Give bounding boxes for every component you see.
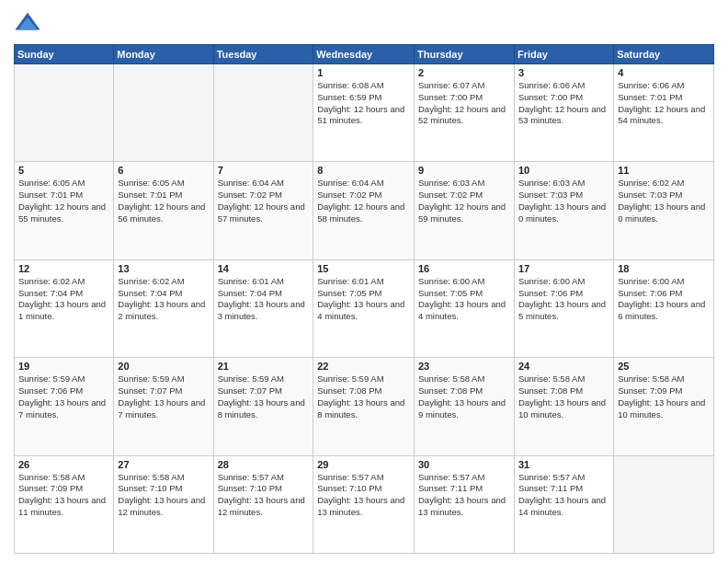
day-number: 12: [18, 263, 109, 274]
calendar-cell: 9Sunrise: 6:03 AM Sunset: 7:02 PM Daylig…: [414, 162, 514, 259]
day-number: 23: [418, 361, 510, 372]
calendar-cell: 8Sunrise: 6:04 AM Sunset: 7:02 PM Daylig…: [313, 162, 415, 259]
day-info: Sunrise: 6:02 AM Sunset: 7:04 PM Dayligh…: [118, 276, 209, 323]
day-info: Sunrise: 6:01 AM Sunset: 7:05 PM Dayligh…: [317, 276, 410, 323]
day-info: Sunrise: 6:08 AM Sunset: 6:59 PM Dayligh…: [317, 80, 410, 127]
day-number: 8: [317, 165, 410, 176]
calendar-cell: 18Sunrise: 6:00 AM Sunset: 7:06 PM Dayli…: [614, 259, 714, 357]
calendar-week-row: 12Sunrise: 6:02 AM Sunset: 7:04 PM Dayli…: [15, 259, 714, 357]
day-info: Sunrise: 5:58 AM Sunset: 7:08 PM Dayligh…: [418, 373, 510, 420]
calendar-header-monday: Monday: [114, 45, 213, 64]
calendar-cell: 1Sunrise: 6:08 AM Sunset: 6:59 PM Daylig…: [313, 64, 415, 162]
day-number: 20: [118, 361, 209, 372]
calendar-cell: 12Sunrise: 6:02 AM Sunset: 7:04 PM Dayli…: [15, 259, 114, 357]
day-info: Sunrise: 6:04 AM Sunset: 7:02 PM Dayligh…: [317, 178, 410, 224]
calendar-cell: 25Sunrise: 5:58 AM Sunset: 7:09 PM Dayli…: [614, 358, 714, 455]
calendar-cell: 28Sunrise: 5:57 AM Sunset: 7:10 PM Dayli…: [213, 455, 313, 553]
day-info: Sunrise: 5:59 AM Sunset: 7:07 PM Dayligh…: [218, 373, 310, 420]
day-info: Sunrise: 6:06 AM Sunset: 7:01 PM Dayligh…: [618, 80, 710, 127]
calendar-cell: 3Sunrise: 6:06 AM Sunset: 7:00 PM Daylig…: [514, 64, 613, 162]
day-number: 13: [118, 263, 209, 274]
calendar-week-row: 1Sunrise: 6:08 AM Sunset: 6:59 PM Daylig…: [15, 64, 714, 162]
day-info: Sunrise: 5:59 AM Sunset: 7:06 PM Dayligh…: [18, 373, 109, 420]
day-number: 18: [618, 263, 710, 274]
day-info: Sunrise: 6:06 AM Sunset: 7:00 PM Dayligh…: [518, 80, 609, 127]
calendar-cell: 13Sunrise: 6:02 AM Sunset: 7:04 PM Dayli…: [114, 259, 213, 357]
day-number: 7: [218, 165, 310, 176]
day-number: 21: [218, 361, 310, 372]
calendar-week-row: 26Sunrise: 5:58 AM Sunset: 7:09 PM Dayli…: [15, 455, 714, 553]
calendar-cell: 5Sunrise: 6:05 AM Sunset: 7:01 PM Daylig…: [15, 162, 114, 259]
day-number: 28: [218, 459, 310, 470]
day-info: Sunrise: 5:58 AM Sunset: 7:09 PM Dayligh…: [18, 472, 109, 519]
calendar-cell: 11Sunrise: 6:02 AM Sunset: 7:03 PM Dayli…: [614, 162, 714, 259]
calendar-week-row: 19Sunrise: 5:59 AM Sunset: 7:06 PM Dayli…: [15, 358, 714, 455]
calendar-header-saturday: Saturday: [614, 45, 714, 64]
calendar-cell: 27Sunrise: 5:58 AM Sunset: 7:10 PM Dayli…: [114, 455, 213, 553]
day-number: 14: [218, 263, 310, 274]
day-number: 19: [18, 361, 109, 372]
calendar-header-wednesday: Wednesday: [313, 45, 415, 64]
day-number: 22: [317, 361, 410, 372]
page: SundayMondayTuesdayWednesdayThursdayFrid…: [0, 0, 728, 563]
calendar-header-thursday: Thursday: [414, 45, 514, 64]
calendar-header-sunday: Sunday: [15, 45, 114, 64]
day-number: 27: [118, 459, 209, 470]
logo-icon: [14, 9, 41, 37]
day-number: 29: [317, 459, 410, 470]
calendar-cell: 29Sunrise: 5:57 AM Sunset: 7:10 PM Dayli…: [313, 455, 415, 553]
day-info: Sunrise: 5:59 AM Sunset: 7:08 PM Dayligh…: [317, 373, 410, 420]
day-info: Sunrise: 6:03 AM Sunset: 7:02 PM Dayligh…: [418, 178, 510, 224]
calendar-cell: [114, 64, 213, 162]
day-info: Sunrise: 5:58 AM Sunset: 7:08 PM Dayligh…: [518, 373, 609, 420]
calendar-cell: 2Sunrise: 6:07 AM Sunset: 7:00 PM Daylig…: [414, 64, 514, 162]
calendar-header-tuesday: Tuesday: [213, 45, 313, 64]
calendar-cell: 16Sunrise: 6:00 AM Sunset: 7:05 PM Dayli…: [414, 259, 514, 357]
calendar-cell: 23Sunrise: 5:58 AM Sunset: 7:08 PM Dayli…: [414, 358, 514, 455]
day-info: Sunrise: 6:01 AM Sunset: 7:04 PM Dayligh…: [218, 276, 310, 323]
day-number: 31: [518, 459, 609, 470]
day-number: 5: [18, 165, 109, 176]
calendar-cell: 31Sunrise: 5:57 AM Sunset: 7:11 PM Dayli…: [514, 455, 613, 553]
calendar-cell: 6Sunrise: 6:05 AM Sunset: 7:01 PM Daylig…: [114, 162, 213, 259]
day-info: Sunrise: 6:00 AM Sunset: 7:06 PM Dayligh…: [518, 276, 609, 323]
calendar-cell: 4Sunrise: 6:06 AM Sunset: 7:01 PM Daylig…: [614, 64, 714, 162]
day-number: 24: [518, 361, 609, 372]
day-info: Sunrise: 6:02 AM Sunset: 7:04 PM Dayligh…: [18, 276, 109, 323]
calendar-cell: 20Sunrise: 5:59 AM Sunset: 7:07 PM Dayli…: [114, 358, 213, 455]
day-info: Sunrise: 6:00 AM Sunset: 7:05 PM Dayligh…: [418, 276, 510, 323]
day-info: Sunrise: 5:57 AM Sunset: 7:11 PM Dayligh…: [418, 472, 510, 519]
calendar-header-friday: Friday: [514, 45, 613, 64]
calendar-cell: 22Sunrise: 5:59 AM Sunset: 7:08 PM Dayli…: [313, 358, 415, 455]
calendar-cell: 24Sunrise: 5:58 AM Sunset: 7:08 PM Dayli…: [514, 358, 613, 455]
day-info: Sunrise: 6:07 AM Sunset: 7:00 PM Dayligh…: [418, 80, 510, 127]
calendar-cell: 19Sunrise: 5:59 AM Sunset: 7:06 PM Dayli…: [15, 358, 114, 455]
calendar-cell: [15, 64, 114, 162]
calendar-cell: 10Sunrise: 6:03 AM Sunset: 7:03 PM Dayli…: [514, 162, 613, 259]
day-number: 30: [418, 459, 510, 470]
day-number: 2: [418, 67, 510, 78]
day-info: Sunrise: 6:03 AM Sunset: 7:03 PM Dayligh…: [518, 178, 609, 224]
day-number: 4: [618, 67, 710, 78]
day-number: 3: [518, 67, 609, 78]
day-info: Sunrise: 6:04 AM Sunset: 7:02 PM Dayligh…: [218, 178, 310, 224]
day-info: Sunrise: 6:05 AM Sunset: 7:01 PM Dayligh…: [18, 178, 109, 224]
day-info: Sunrise: 5:57 AM Sunset: 7:11 PM Dayligh…: [518, 472, 609, 519]
calendar-cell: 21Sunrise: 5:59 AM Sunset: 7:07 PM Dayli…: [213, 358, 313, 455]
day-number: 16: [418, 263, 510, 274]
calendar-table: SundayMondayTuesdayWednesdayThursdayFrid…: [14, 44, 714, 554]
header: [14, 9, 714, 37]
calendar-week-row: 5Sunrise: 6:05 AM Sunset: 7:01 PM Daylig…: [15, 162, 714, 259]
calendar-cell: 15Sunrise: 6:01 AM Sunset: 7:05 PM Dayli…: [313, 259, 415, 357]
day-info: Sunrise: 5:58 AM Sunset: 7:10 PM Dayligh…: [118, 472, 209, 519]
day-number: 9: [418, 165, 510, 176]
day-info: Sunrise: 6:02 AM Sunset: 7:03 PM Dayligh…: [618, 178, 710, 224]
calendar-cell: 17Sunrise: 6:00 AM Sunset: 7:06 PM Dayli…: [514, 259, 613, 357]
day-number: 26: [18, 459, 109, 470]
calendar-cell: 30Sunrise: 5:57 AM Sunset: 7:11 PM Dayli…: [414, 455, 514, 553]
calendar-cell: [213, 64, 313, 162]
day-number: 1: [317, 67, 410, 78]
day-info: Sunrise: 5:57 AM Sunset: 7:10 PM Dayligh…: [317, 472, 410, 519]
logo: [14, 9, 45, 37]
day-number: 25: [618, 361, 710, 372]
